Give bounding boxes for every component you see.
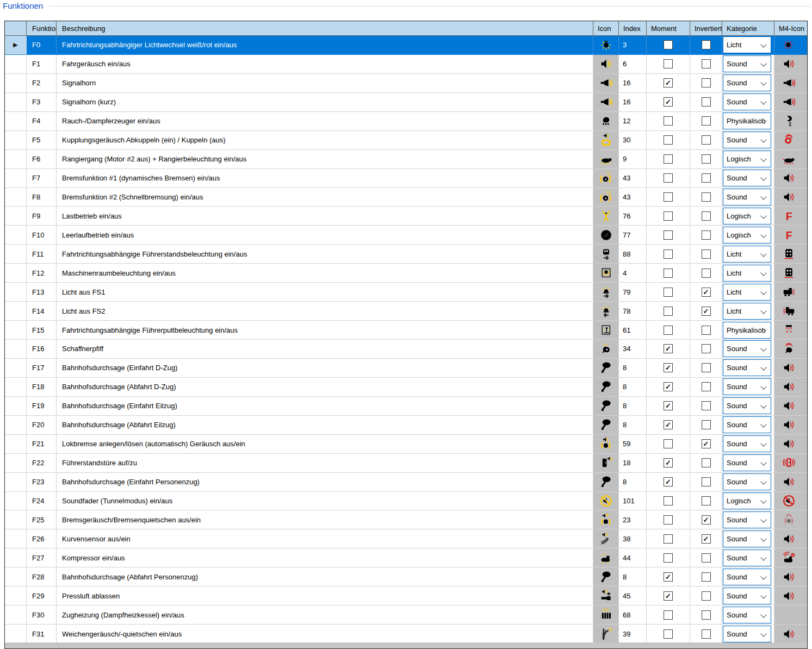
checkbox-box[interactable] <box>702 211 711 221</box>
kategorie-dropdown[interactable]: Sound <box>723 435 771 452</box>
moment-checkbox[interactable] <box>647 492 690 511</box>
moment-checkbox[interactable] <box>647 226 690 245</box>
row-selector-cell[interactable] <box>5 529 27 548</box>
checkbox-box[interactable]: ✓ <box>664 78 673 88</box>
kategorie-dropdown[interactable]: Licht <box>723 284 771 301</box>
row-selector-cell[interactable] <box>5 321 27 340</box>
invertiert-checkbox[interactable] <box>690 321 722 340</box>
row-selector-cell[interactable] <box>5 74 27 93</box>
function-cell[interactable]: F20 <box>27 416 57 435</box>
moment-checkbox[interactable]: ✓ <box>647 454 690 473</box>
description-cell[interactable]: Kurvensensor aus/ein <box>57 529 593 548</box>
scrollbar-thumb[interactable] <box>5 642 807 648</box>
index-cell[interactable]: 30 <box>619 131 647 150</box>
checkbox-box[interactable] <box>702 326 711 335</box>
index-cell[interactable]: 44 <box>619 548 647 567</box>
checkbox-box[interactable] <box>664 135 673 145</box>
kategorie-dropdown[interactable]: Sound <box>723 55 771 72</box>
checkbox-box[interactable] <box>702 363 711 372</box>
index-cell[interactable]: 12 <box>619 112 647 131</box>
function-cell[interactable]: F12 <box>27 264 57 283</box>
description-cell[interactable]: Bahnhofsdurchsage (Abfahrt Personenzug) <box>57 567 593 586</box>
row-selector-cell[interactable] <box>5 302 27 321</box>
invertiert-checkbox[interactable] <box>690 150 722 169</box>
table-row[interactable]: F13 Licht aus FS1 79 ✓ Licht <box>5 283 807 302</box>
moment-checkbox[interactable] <box>647 435 690 454</box>
function-cell[interactable]: F26 <box>27 529 57 548</box>
index-cell[interactable]: 8 <box>619 567 647 586</box>
row-selector-cell[interactable] <box>5 416 27 435</box>
checkbox-box[interactable] <box>702 116 711 126</box>
checkbox-box[interactable]: ✓ <box>664 458 673 467</box>
table-row[interactable]: F7 Bremsfunktion #1 (dynamisches Bremsen… <box>5 169 807 188</box>
index-cell[interactable]: 88 <box>619 245 647 264</box>
invertiert-checkbox[interactable] <box>690 586 722 606</box>
row-selector-cell[interactable] <box>5 435 27 454</box>
checkbox-box[interactable] <box>664 154 673 164</box>
table-row[interactable]: F2 Signalhorn 16 ✓ Sound <box>5 74 807 93</box>
kategorie-dropdown[interactable]: Sound <box>723 93 771 110</box>
description-cell[interactable]: Zugheizung (Dampfheizkessel) ein/aus <box>57 606 593 625</box>
function-cell[interactable]: F28 <box>27 567 57 586</box>
table-row[interactable]: F16 Schaffnerpfiff 34 ✓ Sound <box>5 340 807 359</box>
checkbox-box[interactable]: ✓ <box>664 382 673 391</box>
table-row[interactable]: F30 Zugheizung (Dampfheizkessel) ein/aus… <box>5 606 807 625</box>
function-cell[interactable]: F15 <box>27 321 57 340</box>
checkbox-box[interactable] <box>702 477 711 486</box>
function-cell[interactable]: F30 <box>27 606 57 625</box>
row-selector-cell[interactable] <box>5 606 27 625</box>
table-row[interactable]: F11 Fahrtrichtungsabhängige Führerstands… <box>5 245 807 264</box>
row-selector-cell[interactable] <box>5 188 27 207</box>
moment-checkbox[interactable]: ✓ <box>647 74 690 93</box>
row-selector-cell[interactable] <box>5 492 27 511</box>
table-row[interactable]: F28 Bahnhofsdurchsage (Abfahrt Personenz… <box>5 567 807 586</box>
kategorie-dropdown[interactable]: Physikalisch <box>723 322 771 339</box>
checkbox-box[interactable] <box>664 629 673 639</box>
function-cell[interactable]: F3 <box>27 93 57 112</box>
table-row[interactable]: F22 Führerstandstüre auf/zu 18 ✓ Sound <box>5 454 807 473</box>
invertiert-checkbox[interactable]: ✓ <box>690 510 722 529</box>
description-cell[interactable]: Leerlaufbetrieb ein/aus <box>57 226 593 245</box>
description-cell[interactable]: Bremsgeräusch/Bremsenquietschen aus/ein <box>57 510 593 529</box>
function-cell[interactable]: F2 <box>27 74 57 93</box>
checkbox-box[interactable] <box>664 307 673 316</box>
checkbox-box[interactable] <box>664 173 673 183</box>
row-selector-cell[interactable] <box>5 55 27 74</box>
checkbox-box[interactable]: ✓ <box>702 439 711 448</box>
description-cell[interactable]: Bahnhofsdurchsage (Einfahrt D-Zug) <box>57 359 593 378</box>
function-cell[interactable]: F10 <box>27 226 57 245</box>
checkbox-box[interactable] <box>702 496 711 506</box>
function-cell[interactable]: F31 <box>27 625 57 642</box>
checkbox-box[interactable] <box>664 211 673 221</box>
description-cell[interactable]: Schaffnerpfiff <box>57 340 593 359</box>
table-row[interactable]: F5 Kupplungsgeräusch Abkuppeln (ein) / K… <box>5 131 807 150</box>
invertiert-checkbox[interactable] <box>690 625 722 642</box>
invertiert-checkbox[interactable] <box>690 378 722 397</box>
function-cell[interactable]: F23 <box>27 473 57 492</box>
table-row[interactable]: F12 Maschinenraumbeleuchtung ein/aus 4 L… <box>5 264 807 283</box>
function-cell[interactable]: F9 <box>27 207 57 226</box>
checkbox-box[interactable] <box>664 40 673 49</box>
column-header-funktion[interactable]: Funktion <box>27 21 57 36</box>
checkbox-box[interactable]: ✓ <box>664 591 673 601</box>
moment-checkbox[interactable]: ✓ <box>647 567 690 586</box>
row-selector-cell[interactable] <box>5 226 27 245</box>
index-cell[interactable]: 8 <box>619 473 647 492</box>
column-header-icon[interactable]: Icon <box>593 21 619 36</box>
moment-checkbox[interactable]: ✓ <box>647 93 690 112</box>
checkbox-box[interactable] <box>702 154 711 164</box>
description-cell[interactable]: Kompressor ein/aus <box>57 548 593 567</box>
checkbox-box[interactable] <box>702 553 711 563</box>
description-cell[interactable]: Bahnhofsdurchsage (Abfahrt Eilzug) <box>57 416 593 435</box>
invertiert-checkbox[interactable] <box>690 55 722 74</box>
index-cell[interactable]: 18 <box>619 454 647 473</box>
invertiert-checkbox[interactable] <box>690 74 722 93</box>
moment-checkbox[interactable] <box>647 150 690 169</box>
moment-checkbox[interactable]: ✓ <box>647 397 690 416</box>
invertiert-checkbox[interactable] <box>690 188 722 207</box>
moment-checkbox[interactable] <box>647 529 690 548</box>
checkbox-box[interactable] <box>702 192 711 202</box>
description-cell[interactable]: Bahnhofsdurchsage (Einfahrt Personenzug) <box>57 473 593 492</box>
invertiert-checkbox[interactable]: ✓ <box>690 283 722 302</box>
row-selector-cell[interactable] <box>5 93 27 112</box>
